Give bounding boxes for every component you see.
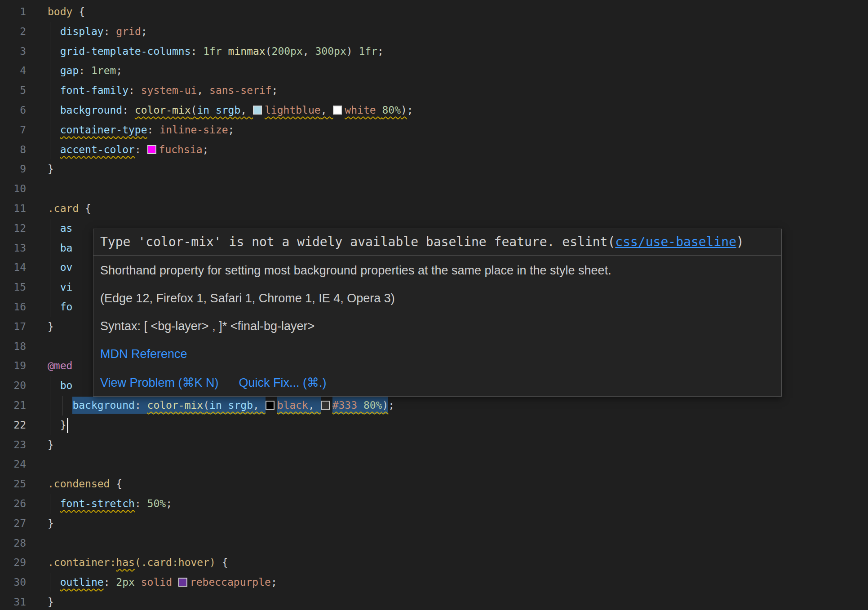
line-number[interactable]: 21 xyxy=(0,396,48,416)
code-line: 24 xyxy=(0,455,868,474)
code-token: white xyxy=(345,104,382,116)
line-number[interactable]: 10 xyxy=(0,179,48,199)
code-content[interactable]: display: grid; xyxy=(48,22,868,42)
code-token: ; xyxy=(166,498,172,509)
code-token xyxy=(135,576,141,588)
line-number[interactable]: 20 xyxy=(0,376,48,396)
color-swatch[interactable] xyxy=(321,401,330,410)
code-content[interactable]: } xyxy=(48,514,868,534)
code-line: 4 gap: 1rem; xyxy=(0,61,868,81)
code-content[interactable]: background: color-mix(in srgb, lightblue… xyxy=(48,101,868,120)
code-token: grid-template-columns xyxy=(60,45,191,57)
quick-fix-link[interactable]: Quick Fix... (⌘.) xyxy=(239,375,327,390)
color-swatch[interactable] xyxy=(333,106,342,115)
eslint-warning-message: Type 'color-mix' is not a widely availab… xyxy=(93,229,781,255)
code-token: minmax xyxy=(228,45,266,57)
line-number[interactable]: 19 xyxy=(0,356,48,376)
code-token: background xyxy=(72,397,134,414)
line-number[interactable]: 22 xyxy=(0,416,48,435)
code-token: background xyxy=(60,104,122,116)
line-number[interactable]: 15 xyxy=(0,278,48,297)
line-number[interactable]: 31 xyxy=(0,592,48,610)
code-content[interactable]: } xyxy=(48,592,868,610)
code-token: ) xyxy=(401,104,407,116)
line-number[interactable]: 2 xyxy=(0,22,48,42)
code-content[interactable]: .card { xyxy=(48,199,868,219)
code-line: 26 font-stretch: 50%; xyxy=(0,494,868,514)
color-swatch[interactable] xyxy=(147,145,156,154)
line-number[interactable]: 4 xyxy=(0,61,48,81)
code-content[interactable]: } xyxy=(48,159,868,179)
code-content[interactable]: font-family: system-ui, sans-serif; xyxy=(48,81,868,101)
code-line: 10 xyxy=(0,179,868,199)
line-number[interactable]: 5 xyxy=(0,81,48,101)
code-token: 80% xyxy=(382,104,401,116)
syntax-line: Syntax: [ <bg-layer> , ]* <final-bg-laye… xyxy=(100,318,775,334)
code-token: : xyxy=(122,104,135,116)
code-content[interactable]: body { xyxy=(48,2,868,22)
line-number[interactable]: 7 xyxy=(0,120,48,140)
line-number[interactable]: 9 xyxy=(0,159,48,179)
line-number[interactable]: 14 xyxy=(0,258,48,278)
eslint-rule-link[interactable]: css/use-baseline xyxy=(615,234,736,249)
line-number[interactable]: 3 xyxy=(0,42,48,62)
line-number[interactable]: 8 xyxy=(0,140,48,160)
code-token: { xyxy=(72,6,85,18)
code-token: ; xyxy=(388,399,394,411)
code-content[interactable]: grid-template-columns: 1fr minmax(200px,… xyxy=(48,42,868,62)
code-content[interactable]: .container:has(.card:hover) { xyxy=(48,553,868,573)
code-line: 1body { xyxy=(0,2,868,22)
mdn-reference-link[interactable]: MDN Reference xyxy=(100,347,187,361)
color-swatch[interactable] xyxy=(253,106,262,115)
line-number[interactable]: 25 xyxy=(0,474,48,494)
view-problem-link[interactable]: View Problem (⌘K N) xyxy=(100,375,219,390)
line-number[interactable]: 23 xyxy=(0,435,48,455)
code-content[interactable]: accent-color: fuchsia; xyxy=(48,140,868,160)
line-number[interactable]: 26 xyxy=(0,494,48,514)
code-line: 11.card { xyxy=(0,199,868,219)
code-token: .card xyxy=(48,203,79,214)
code-token: { xyxy=(216,557,228,568)
code-content[interactable]: background: color-mix(in srgb, black, #3… xyxy=(48,396,868,416)
code-content[interactable]: .condensed { xyxy=(48,474,868,494)
code-token: sans-serif xyxy=(209,84,271,96)
code-content[interactable] xyxy=(48,534,868,553)
code-line: 8 accent-color: fuchsia; xyxy=(0,140,868,160)
line-number[interactable]: 16 xyxy=(0,297,48,317)
color-swatch[interactable] xyxy=(266,401,275,410)
line-number[interactable]: 18 xyxy=(0,337,48,357)
code-content[interactable]: gap: 1rem; xyxy=(48,61,868,81)
indent-guide xyxy=(50,396,50,416)
line-number[interactable]: 17 xyxy=(0,317,48,337)
code-token: } xyxy=(48,596,54,608)
indent-guide xyxy=(50,239,50,258)
line-number[interactable]: 6 xyxy=(0,101,48,120)
line-number[interactable]: 28 xyxy=(0,534,48,553)
line-number[interactable]: 13 xyxy=(0,239,48,258)
code-token: 50% xyxy=(147,498,166,509)
code-content[interactable]: outline: 2px solid rebeccapurple; xyxy=(48,573,868,592)
line-number[interactable]: 30 xyxy=(0,573,48,592)
code-content[interactable] xyxy=(48,179,868,199)
line-number[interactable]: 11 xyxy=(0,199,48,219)
code-token: ( xyxy=(191,104,197,116)
code-token: : xyxy=(104,576,116,588)
hover-actions-bar: View Problem (⌘K N) Quick Fix... (⌘.) xyxy=(93,369,781,396)
line-number[interactable]: 29 xyxy=(0,553,48,573)
code-token: { xyxy=(110,478,122,490)
line-number[interactable]: 12 xyxy=(0,219,48,239)
code-content[interactable] xyxy=(48,455,868,474)
code-content[interactable]: } xyxy=(48,435,868,455)
line-number[interactable]: 24 xyxy=(0,455,48,474)
line-number[interactable]: 1 xyxy=(0,2,48,22)
code-line: 22 } xyxy=(0,416,868,435)
code-token: { xyxy=(79,203,91,214)
line-number[interactable]: 27 xyxy=(0,514,48,534)
code-content[interactable]: container-type: inline-size; xyxy=(48,120,868,140)
code-token: ; xyxy=(271,576,277,588)
code-token: , xyxy=(253,397,266,414)
code-token: container-type xyxy=(60,124,147,136)
code-content[interactable]: font-stretch: 50%; xyxy=(48,494,868,514)
code-content[interactable]: } xyxy=(48,416,868,435)
color-swatch[interactable] xyxy=(178,578,187,587)
